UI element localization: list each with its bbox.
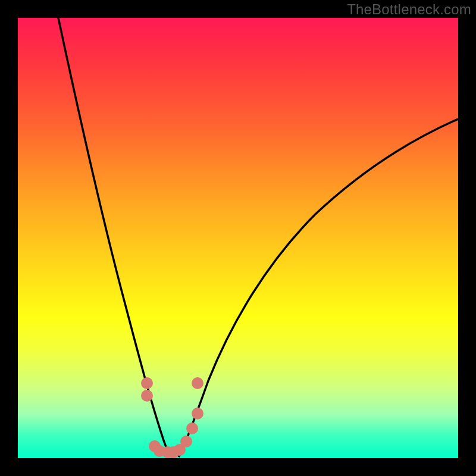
svg-point-0	[141, 377, 153, 389]
svg-point-7	[180, 436, 192, 447]
v-curve-right	[178, 119, 458, 457]
plot-area	[18, 18, 458, 458]
curve-layer	[18, 18, 458, 458]
v-curve-left	[58, 18, 173, 457]
svg-point-8	[186, 422, 198, 434]
chart-container: TheBottleneck.com	[0, 0, 476, 476]
svg-point-10	[192, 377, 203, 389]
svg-point-1	[141, 390, 153, 402]
sweet-spot-markers	[141, 377, 203, 458]
watermark-text: TheBottleneck.com	[347, 1, 471, 18]
svg-point-9	[192, 408, 203, 419]
